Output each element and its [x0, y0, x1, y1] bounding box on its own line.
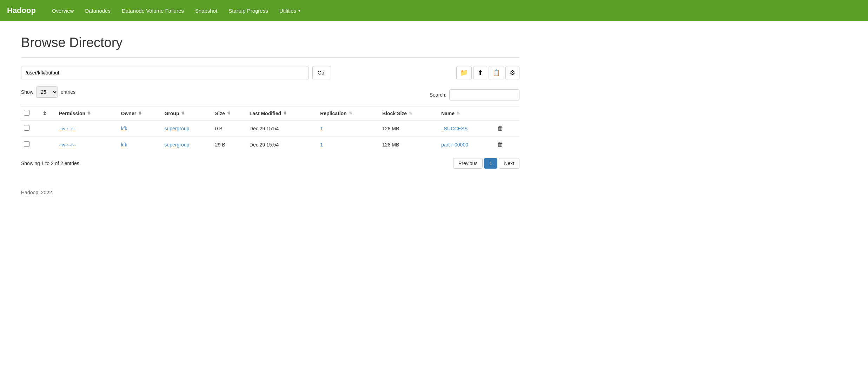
nav-datanodes[interactable]: Datanodes	[79, 5, 116, 17]
table-row: -rw-r--r-- kfk supergroup 29 B Dec 29 15…	[21, 137, 519, 153]
nav-links: Overview Datanodes Datanode Volume Failu…	[46, 5, 307, 17]
th-name-label: Name	[441, 111, 455, 116]
row1-size: 0 B	[212, 120, 247, 137]
th-last-modified[interactable]: Last Modified ⇅	[247, 106, 317, 120]
sort-size-icon: ⇅	[227, 111, 230, 116]
th-replication[interactable]: Replication ⇅	[317, 106, 379, 120]
show-label: Show	[21, 89, 33, 95]
show-entries: Show 10 25 50 100 entries	[21, 86, 75, 98]
settings-icon: ⚙	[510, 69, 515, 77]
row2-name: part-r-00000	[438, 137, 493, 153]
th-replication-label: Replication	[320, 111, 346, 116]
th-block-size[interactable]: Block Size ⇅	[379, 106, 438, 120]
row1-name-link[interactable]: _SUCCESS	[441, 126, 468, 131]
row1-block-size: 128 MB	[379, 120, 438, 137]
entries-select[interactable]: 10 25 50 100	[36, 86, 58, 98]
row1-replication: 1	[317, 120, 379, 137]
th-permission[interactable]: Permission ⇅	[56, 106, 118, 120]
table-controls: Show 10 25 50 100 entries Search:	[21, 86, 519, 103]
th-size[interactable]: Size ⇅	[212, 106, 247, 120]
row1-checkbox-cell	[21, 120, 40, 137]
nav-startup-progress[interactable]: Startup Progress	[223, 5, 274, 17]
sort-block-size-icon: ⇅	[409, 111, 412, 116]
sort-group-icon: ⇅	[181, 111, 184, 116]
footer-text: Hadoop, 2022.	[21, 190, 53, 195]
th-checkbox	[21, 106, 40, 120]
row1-permission: -rw-r--r--	[56, 120, 118, 137]
folder-icon: 📁	[460, 69, 468, 77]
row1-last-modified: Dec 29 15:54	[247, 120, 317, 137]
row2-actions: 🗑	[492, 137, 519, 153]
row2-replication-link[interactable]: 1	[320, 142, 323, 148]
row2-owner-link[interactable]: kfk	[121, 142, 127, 148]
row1-checkbox[interactable]	[24, 125, 29, 131]
upload-icon-button[interactable]: ⬆	[473, 66, 487, 79]
sort-name-icon: ⇅	[457, 111, 460, 116]
th-group[interactable]: Group ⇅	[161, 106, 212, 120]
entries-label: entries	[61, 89, 75, 95]
next-button[interactable]: Next	[499, 158, 519, 169]
nav-utilities[interactable]: Utilities ▼	[274, 5, 307, 17]
footer: Hadoop, 2022.	[0, 183, 868, 202]
row1-group: supergroup	[161, 120, 212, 137]
page-1-button[interactable]: 1	[484, 158, 497, 169]
sort-permission-icon: ⇅	[87, 111, 91, 116]
th-permission-label: Permission	[59, 111, 85, 116]
row2-group-link[interactable]: supergroup	[164, 142, 189, 148]
row2-index	[40, 137, 56, 153]
row2-block-size: 128 MB	[379, 137, 438, 153]
folder-icon-button[interactable]: 📁	[456, 66, 472, 79]
row1-permission-link[interactable]: -rw-r--r--	[59, 126, 76, 131]
row1-replication-link[interactable]: 1	[320, 126, 323, 131]
data-table: ⇕ Permission ⇅ Owner ⇅ Group	[21, 106, 519, 152]
path-input[interactable]	[21, 66, 309, 79]
chevron-down-icon: ▼	[298, 9, 301, 13]
row1-owner: kfk	[118, 120, 162, 137]
search-label: Search:	[430, 92, 446, 98]
row2-last-modified: Dec 29 15:54	[247, 137, 317, 153]
row2-checkbox[interactable]	[24, 141, 29, 147]
th-owner-label: Owner	[121, 111, 137, 116]
table-header-row: ⇕ Permission ⇅ Owner ⇅ Group	[21, 106, 519, 120]
th-block-size-label: Block Size	[382, 111, 407, 116]
row1-index	[40, 120, 56, 137]
previous-button[interactable]: Previous	[453, 158, 483, 169]
path-bar: Go! 📁 ⬆ 📋 ⚙	[21, 66, 519, 79]
row2-delete-button[interactable]: 🗑	[495, 140, 506, 149]
row2-permission-link[interactable]: -rw-r--r--	[59, 142, 76, 148]
nav-overview[interactable]: Overview	[46, 5, 80, 17]
th-name[interactable]: Name ⇅	[438, 106, 493, 120]
row2-permission: -rw-r--r--	[56, 137, 118, 153]
list-icon-button[interactable]: 📋	[489, 66, 504, 79]
settings-icon-button[interactable]: ⚙	[505, 66, 519, 79]
row2-group: supergroup	[161, 137, 212, 153]
row1-group-link[interactable]: supergroup	[164, 126, 189, 131]
th-size-label: Size	[215, 111, 225, 116]
nav-snapshot[interactable]: Snapshot	[190, 5, 223, 17]
search-input[interactable]	[449, 89, 519, 100]
th-sort[interactable]: ⇕	[40, 106, 56, 120]
list-icon: 📋	[492, 69, 500, 77]
divider	[21, 57, 519, 58]
navbar-brand[interactable]: Hadoop	[7, 6, 36, 15]
table-head: ⇕ Permission ⇅ Owner ⇅ Group	[21, 106, 519, 120]
select-all-checkbox[interactable]	[24, 110, 29, 116]
row2-name-link[interactable]: part-r-00000	[441, 142, 468, 148]
toolbar-icons: 📁 ⬆ 📋 ⚙	[456, 66, 519, 79]
row2-owner: kfk	[118, 137, 162, 153]
row1-owner-link[interactable]: kfk	[121, 126, 127, 131]
th-actions	[492, 106, 519, 120]
th-group-label: Group	[164, 111, 179, 116]
row2-checkbox-cell	[21, 137, 40, 153]
upload-icon: ⬆	[478, 69, 483, 77]
row1-name: _SUCCESS	[438, 120, 493, 137]
nav-datanode-volume-failures[interactable]: Datanode Volume Failures	[116, 5, 190, 17]
go-button[interactable]: Go!	[312, 66, 331, 79]
nav-utilities-label: Utilities	[279, 8, 296, 14]
row1-delete-button[interactable]: 🗑	[495, 124, 506, 133]
th-owner[interactable]: Owner ⇅	[118, 106, 162, 120]
th-last-modified-label: Last Modified	[250, 111, 281, 116]
sort-all-icon: ⇕	[42, 111, 47, 116]
row1-actions: 🗑	[492, 120, 519, 137]
page-title: Browse Directory	[21, 35, 519, 50]
